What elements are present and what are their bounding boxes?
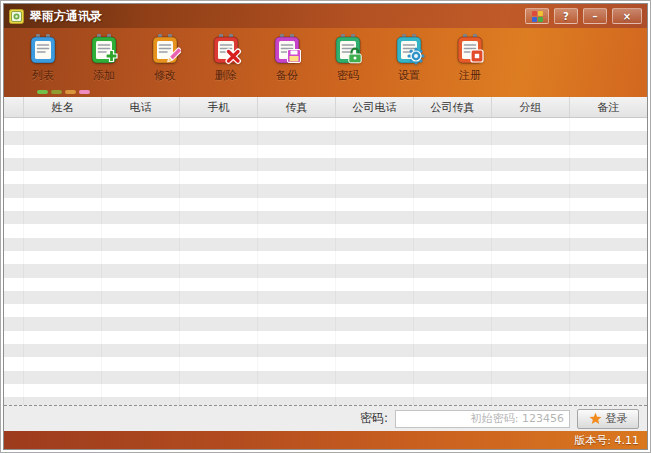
toolbar-button-3[interactable]: 修改 (140, 33, 190, 82)
toolbar-button-1[interactable]: 列表 (18, 33, 68, 82)
table-cell (24, 171, 102, 184)
table-row[interactable] (4, 357, 647, 370)
column-header[interactable]: 姓名 (24, 97, 102, 117)
table-row[interactable] (4, 397, 647, 405)
table-cell (414, 317, 492, 330)
table-row[interactable] (4, 251, 647, 264)
table-row[interactable] (4, 317, 647, 330)
toolbar-button-label: 注册 (459, 70, 481, 82)
table-cell (102, 198, 180, 211)
table-cell (414, 251, 492, 264)
table-cell (570, 317, 647, 330)
toolbar-button-6[interactable]: 密码 (323, 33, 373, 82)
table-cell (258, 331, 336, 344)
table-cell (492, 184, 570, 197)
password-input[interactable] (395, 410, 570, 428)
table-row[interactable] (4, 304, 647, 317)
table-cell (414, 171, 492, 184)
table-cell (24, 304, 102, 317)
table-cell (336, 304, 414, 317)
table-body[interactable] (4, 118, 647, 405)
table-cell (570, 397, 647, 405)
table-cell (492, 251, 570, 264)
column-header[interactable]: 手机 (180, 97, 258, 117)
table-cell (102, 131, 180, 144)
table-row[interactable] (4, 224, 647, 237)
table-cell (180, 264, 258, 277)
table-cell (180, 331, 258, 344)
help-button[interactable]: ? (554, 8, 578, 24)
login-button[interactable]: 登录 (577, 409, 639, 429)
table-cell (414, 198, 492, 211)
table-row[interactable] (4, 184, 647, 197)
table-cell (180, 344, 258, 357)
table-cell (258, 304, 336, 317)
table-cell (492, 278, 570, 291)
table-cell (570, 304, 647, 317)
column-header[interactable]: 公司传真 (414, 97, 492, 117)
toolbar-button-2[interactable]: 添加 (79, 33, 129, 82)
table-row[interactable] (4, 158, 647, 171)
table-cell (414, 291, 492, 304)
table-cell (24, 238, 102, 251)
table-cell (414, 224, 492, 237)
table-cell (336, 251, 414, 264)
column-header[interactable]: 分组 (492, 97, 570, 117)
table-cell (24, 357, 102, 370)
register-icon (454, 33, 486, 69)
table-row[interactable] (4, 198, 647, 211)
table-cell (414, 357, 492, 370)
table-cell (570, 278, 647, 291)
row-gutter (4, 331, 24, 344)
table-row[interactable] (4, 171, 647, 184)
table-cell (492, 384, 570, 397)
table-row[interactable] (4, 211, 647, 224)
table-cell (336, 211, 414, 224)
password-label: 密码: (360, 410, 388, 427)
table-cell (258, 184, 336, 197)
table-row[interactable] (4, 238, 647, 251)
table-cell (492, 291, 570, 304)
row-gutter (4, 145, 24, 158)
table-cell (258, 317, 336, 330)
skin-button[interactable] (525, 8, 549, 24)
table-cell (570, 251, 647, 264)
toolbar-button-5[interactable]: 备份 (262, 33, 312, 82)
minimize-button[interactable]: – (583, 8, 607, 24)
table-cell (336, 331, 414, 344)
table-row[interactable] (4, 278, 647, 291)
backup-icon (271, 33, 303, 69)
table-cell (336, 397, 414, 405)
row-gutter (4, 238, 24, 251)
table-row[interactable] (4, 264, 647, 277)
table-cell (180, 184, 258, 197)
table-row[interactable] (4, 331, 647, 344)
table-cell (336, 224, 414, 237)
column-header[interactable]: 备注 (570, 97, 647, 117)
table-row[interactable] (4, 145, 647, 158)
column-header[interactable]: 公司电话 (336, 97, 414, 117)
column-header[interactable]: 电话 (102, 97, 180, 117)
edit-icon (149, 33, 181, 69)
table-cell (102, 145, 180, 158)
table-row[interactable] (4, 384, 647, 397)
table-row[interactable] (4, 344, 647, 357)
table-row[interactable] (4, 131, 647, 144)
toolbar-button-4[interactable]: 删除 (201, 33, 251, 82)
table-row[interactable] (4, 291, 647, 304)
toolbar-button-7[interactable]: 设置 (384, 33, 434, 82)
table-row[interactable] (4, 118, 647, 131)
table-cell (24, 384, 102, 397)
titlebar: 翠雨方通讯录 ? – × (4, 4, 647, 28)
close-button[interactable]: × (612, 8, 642, 24)
table-cell (258, 158, 336, 171)
column-header[interactable]: 传真 (258, 97, 336, 117)
table-cell (180, 171, 258, 184)
table-row[interactable] (4, 371, 647, 384)
table-cell (24, 317, 102, 330)
row-gutter (4, 171, 24, 184)
delete-icon (210, 33, 242, 69)
toolbar-button-8[interactable]: 注册 (445, 33, 495, 82)
table-cell (24, 264, 102, 277)
table-cell (180, 118, 258, 131)
